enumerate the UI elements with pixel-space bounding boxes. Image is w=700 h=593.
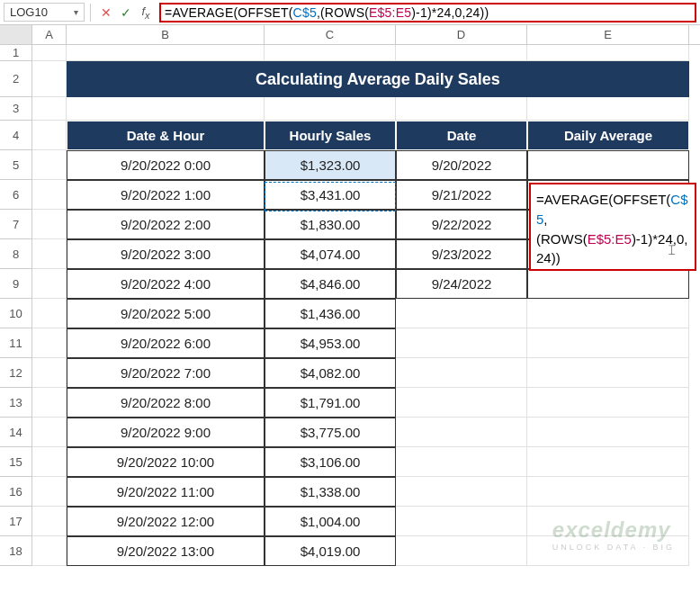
cell-A14[interactable] [32, 418, 67, 447]
cell-E1[interactable] [527, 45, 689, 61]
cell-D10[interactable] [396, 299, 527, 328]
name-box[interactable]: LOG10 ▾ [4, 3, 85, 22]
cell-D6[interactable]: 9/21/2022 [396, 180, 527, 210]
cell-C18[interactable]: $4,019.00 [265, 536, 396, 566]
cell-C7[interactable]: $1,830.00 [265, 210, 396, 239]
row-header-16[interactable]: 16 [0, 477, 32, 507]
row-header-5[interactable]: 5 [0, 150, 32, 180]
cell-C13[interactable]: $1,791.00 [265, 388, 396, 418]
cell-D7[interactable]: 9/22/2022 [396, 210, 527, 239]
cell-A12[interactable] [32, 358, 67, 388]
cell-D1[interactable] [396, 45, 527, 61]
cell-D8[interactable]: 9/23/2022 [396, 239, 527, 269]
cell-D18[interactable] [396, 536, 527, 566]
chevron-down-icon[interactable]: ▾ [74, 7, 78, 17]
cell-B18[interactable]: 9/20/2022 13:00 [67, 536, 265, 566]
cell-C11[interactable]: $4,953.00 [265, 328, 396, 358]
header-hourly-sales[interactable]: Hourly Sales [265, 121, 396, 150]
cell-D14[interactable] [396, 418, 527, 447]
title-merged-cell[interactable]: Calculating Average Daily Sales [67, 61, 689, 97]
cell-B16[interactable]: 9/20/2022 11:00 [67, 477, 265, 507]
col-header-C[interactable]: C [265, 25, 396, 44]
cell-A10[interactable] [32, 299, 67, 328]
cell-A17[interactable] [32, 507, 67, 536]
cell-D9[interactable]: 9/24/2022 [396, 269, 527, 299]
cell-A11[interactable] [32, 328, 67, 358]
cell-B6[interactable]: 9/20/2022 1:00 [67, 180, 265, 210]
header-daily-average[interactable]: Daily Average [527, 121, 689, 150]
row-header-13[interactable]: 13 [0, 388, 32, 418]
cell-C8[interactable]: $4,074.00 [265, 239, 396, 269]
cell-D12[interactable] [396, 358, 527, 388]
cell-E12[interactable] [527, 358, 689, 388]
cell-C16[interactable]: $1,338.00 [265, 477, 396, 507]
cell-B1[interactable] [67, 45, 265, 61]
row-header-10[interactable]: 10 [0, 299, 32, 328]
cell-A8[interactable] [32, 239, 67, 269]
cell-A4[interactable] [32, 121, 67, 150]
cell-E10[interactable] [527, 299, 689, 328]
cell-C10[interactable]: $1,436.00 [265, 299, 396, 328]
select-all-corner[interactable] [0, 25, 32, 44]
cell-C3[interactable] [265, 97, 396, 121]
cell-B15[interactable]: 9/20/2022 10:00 [67, 447, 265, 477]
cell-D15[interactable] [396, 447, 527, 477]
col-header-A[interactable]: A [32, 25, 67, 44]
cell-A5[interactable] [32, 150, 67, 180]
cell-C17[interactable]: $1,004.00 [265, 507, 396, 536]
cell-E14[interactable] [527, 418, 689, 447]
cell-D11[interactable] [396, 328, 527, 358]
cell-E5[interactable] [527, 150, 689, 180]
row-header-11[interactable]: 11 [0, 328, 32, 358]
cell-B7[interactable]: 9/20/2022 2:00 [67, 210, 265, 239]
header-date[interactable]: Date [396, 121, 527, 150]
row-header-9[interactable]: 9 [0, 269, 32, 299]
cell-C5[interactable]: $1,323.00 [265, 150, 396, 180]
cell-B13[interactable]: 9/20/2022 8:00 [67, 388, 265, 418]
row-header-8[interactable]: 8 [0, 239, 32, 269]
cell-E16[interactable] [527, 477, 689, 507]
in-cell-formula-editor[interactable]: =AVERAGE(OFFSET(C$5,(ROWS(E$5:E5)-1)*24,… [529, 183, 696, 271]
cell-A7[interactable] [32, 210, 67, 239]
cell-E13[interactable] [527, 388, 689, 418]
cell-D16[interactable] [396, 477, 527, 507]
header-date-hour[interactable]: Date & Hour [67, 121, 265, 150]
cell-B12[interactable]: 9/20/2022 7:00 [67, 358, 265, 388]
cell-A2[interactable] [32, 61, 67, 97]
cell-C9[interactable]: $4,846.00 [265, 269, 396, 299]
cell-C1[interactable] [265, 45, 396, 61]
row-header-2[interactable]: 2 [0, 61, 32, 97]
cell-C15[interactable]: $3,106.00 [265, 447, 396, 477]
cell-B8[interactable]: 9/20/2022 3:00 [67, 239, 265, 269]
cell-C12[interactable]: $4,082.00 [265, 358, 396, 388]
formula-input[interactable]: =AVERAGE(OFFSET(C$5,(ROWS(E$5:E5)-1)*24,… [165, 5, 489, 20]
row-header-12[interactable]: 12 [0, 358, 32, 388]
row-header-17[interactable]: 17 [0, 507, 32, 536]
cell-D5[interactable]: 9/20/2022 [396, 150, 527, 180]
cell-D17[interactable] [396, 507, 527, 536]
row-header-7[interactable]: 7 [0, 210, 32, 239]
col-header-E[interactable]: E [527, 25, 689, 44]
cell-A3[interactable] [32, 97, 67, 121]
row-header-14[interactable]: 14 [0, 418, 32, 447]
col-header-B[interactable]: B [67, 25, 265, 44]
row-header-6[interactable]: 6 [0, 180, 32, 210]
cell-D13[interactable] [396, 388, 527, 418]
cell-D3[interactable] [396, 97, 527, 121]
cell-C14[interactable]: $3,775.00 [265, 418, 396, 447]
cell-E15[interactable] [527, 447, 689, 477]
cell-E3[interactable] [527, 97, 689, 121]
cell-A6[interactable] [32, 180, 67, 210]
cell-A1[interactable] [32, 45, 67, 61]
cell-A13[interactable] [32, 388, 67, 418]
cell-B14[interactable]: 9/20/2022 9:00 [67, 418, 265, 447]
cell-A18[interactable] [32, 536, 67, 566]
cancel-formula-button[interactable]: ✕ [96, 5, 116, 20]
col-header-D[interactable]: D [396, 25, 527, 44]
cell-B10[interactable]: 9/20/2022 5:00 [67, 299, 265, 328]
row-header-4[interactable]: 4 [0, 121, 32, 150]
row-header-1[interactable]: 1 [0, 45, 32, 61]
cell-B17[interactable]: 9/20/2022 12:00 [67, 507, 265, 536]
cell-B9[interactable]: 9/20/2022 4:00 [67, 269, 265, 299]
cell-B3[interactable] [67, 97, 265, 121]
